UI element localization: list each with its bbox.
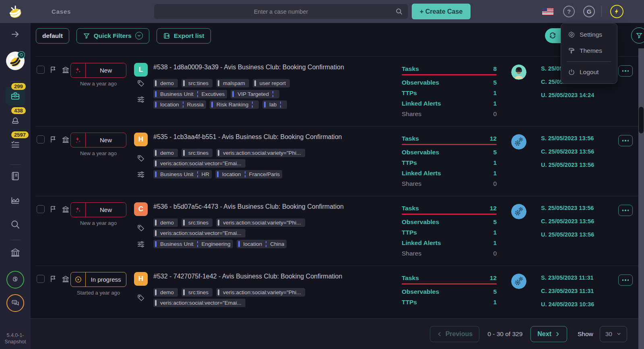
status-badge[interactable]: New bbox=[70, 133, 126, 147]
previous-page-button[interactable]: Previous bbox=[430, 326, 480, 342]
tag-chip[interactable]: veris:action:social:variety="Phi... bbox=[216, 288, 305, 297]
filters-funnel-button[interactable] bbox=[631, 27, 644, 44]
user-avatar[interactable]: G bbox=[583, 6, 595, 17]
organisation-icon[interactable] bbox=[62, 66, 70, 74]
tag-chip[interactable]: demo bbox=[153, 149, 178, 157]
language-flag-us-icon[interactable] bbox=[542, 8, 553, 15]
menu-item-settings[interactable]: Settings bbox=[561, 27, 617, 43]
custom-field-chip[interactable]: Business UnitExcutives bbox=[153, 90, 227, 98]
organisation-avatar[interactable] bbox=[6, 51, 25, 71]
stat-shares[interactable]: Shares0 bbox=[402, 179, 497, 189]
preset-filter-button[interactable]: default bbox=[36, 28, 69, 44]
stat-ttps[interactable]: TTPs1 bbox=[402, 227, 497, 238]
sidebar-item-search-icon[interactable] bbox=[6, 215, 25, 234]
create-case-button[interactable]: + Create Case bbox=[412, 4, 471, 19]
stat-ttps[interactable]: TTPs1 bbox=[402, 158, 497, 168]
search-icon[interactable] bbox=[395, 8, 403, 15]
stat-linked-alerts[interactable]: Linked Alerts1 bbox=[402, 238, 497, 248]
tag-chip[interactable]: src:tines bbox=[182, 288, 213, 297]
sidebar-item-alerts[interactable]: 438 bbox=[6, 110, 25, 130]
flag-icon[interactable] bbox=[49, 275, 57, 283]
case-checkbox[interactable] bbox=[37, 275, 45, 283]
flag-icon[interactable] bbox=[49, 205, 57, 213]
assignee-avatar[interactable] bbox=[511, 134, 526, 150]
next-page-button[interactable]: Next bbox=[530, 326, 567, 342]
tag-chip[interactable]: src:tines bbox=[182, 218, 213, 227]
organisation-icon[interactable] bbox=[62, 135, 70, 143]
chat-bubbles-icon[interactable] bbox=[6, 294, 24, 312]
cortex-brain-icon[interactable] bbox=[6, 271, 24, 289]
assignee-avatar[interactable] bbox=[511, 204, 526, 219]
case-number-search-input[interactable] bbox=[154, 4, 408, 19]
organisation-icon[interactable] bbox=[62, 205, 70, 213]
stat-tasks[interactable]: Tasks12 bbox=[402, 203, 497, 214]
scrollbar[interactable] bbox=[638, 48, 644, 349]
tag-chip[interactable]: src:tines bbox=[182, 79, 213, 87]
more-actions-button[interactable] bbox=[618, 65, 633, 77]
case-title[interactable]: #538 - 1d8a0009-3a39 - Avis Business Clu… bbox=[153, 63, 344, 71]
stat-ttps[interactable]: TTPs1 bbox=[402, 88, 497, 98]
sidebar-item-knowledge-icon[interactable] bbox=[6, 166, 25, 186]
status-badge[interactable]: New bbox=[70, 202, 126, 217]
tag-chip[interactable]: demo bbox=[153, 218, 178, 227]
help-icon[interactable]: ? bbox=[563, 6, 575, 17]
sidebar-item-tasks[interactable]: 2597 bbox=[6, 135, 25, 154]
assignee-avatar[interactable] bbox=[511, 64, 526, 80]
tag-chip[interactable]: demo bbox=[153, 79, 178, 87]
custom-field-chip[interactable]: VIP Targeted bbox=[231, 90, 279, 98]
stat-linked-alerts[interactable]: Linked Alerts1 bbox=[402, 98, 497, 109]
stat-shares[interactable]: Shares0 bbox=[402, 248, 497, 259]
tag-chip[interactable]: veris:action:social:vector="Emai... bbox=[153, 229, 246, 237]
more-actions-button[interactable] bbox=[618, 205, 633, 216]
tag-chip[interactable]: veris:action:social:vector="Emai... bbox=[153, 159, 246, 168]
sidebar-item-cases[interactable]: 299 bbox=[6, 86, 25, 106]
export-list-button[interactable]: Export list bbox=[157, 28, 211, 44]
case-checkbox[interactable] bbox=[37, 66, 45, 74]
page-size-select[interactable]: 30 bbox=[600, 326, 627, 342]
case-checkbox[interactable] bbox=[37, 205, 45, 213]
app-logo-bee-icon[interactable] bbox=[6, 3, 24, 21]
live-stream-bolt-icon[interactable] bbox=[610, 5, 623, 18]
custom-field-chip[interactable]: Business UnitEngineering bbox=[153, 240, 233, 248]
stat-tasks[interactable]: Tasks8 bbox=[402, 64, 497, 74]
tag-chip[interactable]: user report bbox=[253, 79, 290, 87]
stat-tasks[interactable]: Tasks12 bbox=[402, 133, 497, 144]
custom-field-chip[interactable]: Business UnitHR bbox=[153, 170, 212, 179]
tag-chip[interactable]: malspam bbox=[216, 79, 249, 87]
sidebar-item-organisation-icon[interactable] bbox=[6, 243, 25, 262]
more-actions-button[interactable] bbox=[618, 274, 633, 286]
tag-chip[interactable]: veris:action:social:variety="Phi... bbox=[216, 218, 305, 227]
stat-shares[interactable]: Shares0 bbox=[402, 109, 497, 119]
menu-item-themes[interactable]: Themes bbox=[561, 43, 617, 59]
sidebar-expand-arrow-icon[interactable] bbox=[10, 29, 20, 39]
assignee-avatar[interactable] bbox=[511, 274, 526, 289]
status-badge[interactable]: In progress bbox=[70, 272, 126, 287]
menu-item-logout[interactable]: Logout bbox=[561, 64, 617, 80]
case-title[interactable]: #532 - 7427075f-1e42 - Avis Business Clu… bbox=[153, 272, 342, 280]
stat-observables[interactable]: Observables5 bbox=[402, 147, 497, 158]
flag-icon[interactable] bbox=[49, 135, 57, 143]
custom-field-chip[interactable]: Risk Ranking bbox=[210, 100, 259, 109]
custom-field-chip[interactable]: locationRussia bbox=[153, 100, 206, 109]
quick-filters-button[interactable]: Quick Filters bbox=[76, 28, 149, 44]
status-badge[interactable]: New bbox=[70, 63, 126, 78]
tag-chip[interactable]: demo bbox=[153, 288, 178, 297]
custom-field-chip[interactable]: locationFrance/Paris bbox=[215, 170, 282, 179]
organisation-icon[interactable] bbox=[62, 275, 70, 283]
tag-chip[interactable]: src:tines bbox=[182, 149, 213, 157]
stat-tasks[interactable]: Tasks12 bbox=[402, 273, 497, 283]
stat-linked-alerts[interactable]: Linked Alerts1 bbox=[402, 168, 497, 179]
scrollbar-thumb[interactable] bbox=[639, 107, 644, 133]
case-checkbox[interactable] bbox=[37, 135, 45, 143]
case-title[interactable]: #535 - 1cb3aa4f-b551 - Avis Business Clu… bbox=[153, 133, 342, 141]
case-title[interactable]: #536 - b5d07a5c-4473 - Avis Business Clu… bbox=[153, 202, 344, 211]
sidebar-item-dashboards-icon[interactable] bbox=[6, 191, 25, 210]
stat-ttps[interactable]: TTPs1 bbox=[402, 297, 497, 307]
flag-icon[interactable] bbox=[49, 66, 57, 74]
tag-chip[interactable]: veris:action:social:variety="Phi... bbox=[216, 149, 305, 157]
tag-chip[interactable]: veris:action:social:vector="Emai... bbox=[153, 299, 246, 307]
stat-observables[interactable]: Observables5 bbox=[402, 287, 497, 297]
stat-observables[interactable]: Observables5 bbox=[402, 217, 497, 227]
more-actions-button[interactable] bbox=[618, 135, 633, 146]
stat-observables[interactable]: Observables5 bbox=[402, 77, 497, 88]
